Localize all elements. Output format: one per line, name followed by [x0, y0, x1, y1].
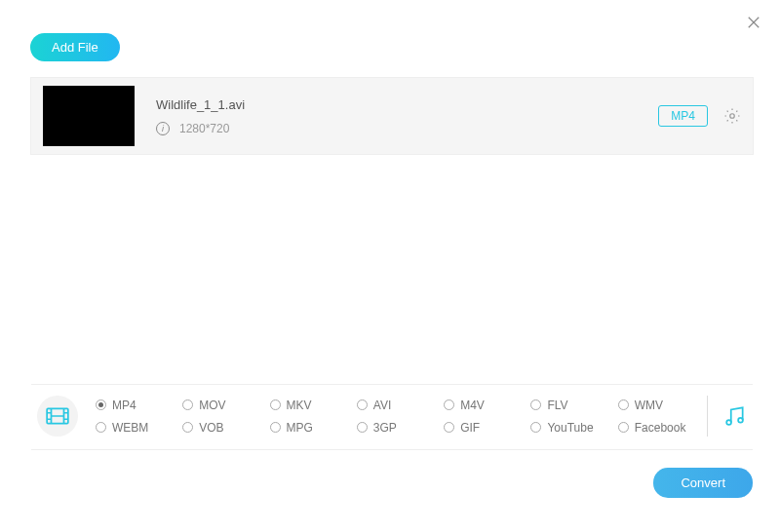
format-label: MKV: [287, 399, 312, 412]
close-icon[interactable]: [745, 14, 762, 31]
radio-icon: [357, 399, 368, 410]
format-option-mp4[interactable]: MP4: [96, 399, 178, 412]
file-name: Wildlife_1_1.avi: [156, 97, 658, 112]
radio-icon: [530, 422, 541, 433]
svg-point-0: [730, 114, 735, 119]
format-label: MOV: [199, 399, 225, 412]
convert-button[interactable]: Convert: [653, 468, 753, 498]
radio-icon: [530, 399, 541, 410]
radio-icon: [444, 422, 454, 433]
file-meta: i 1280*720: [156, 122, 658, 135]
format-option-flv[interactable]: FLV: [530, 399, 613, 412]
format-label: VOB: [199, 421, 223, 435]
format-label: MPG: [287, 421, 313, 435]
radio-icon: [444, 399, 454, 410]
format-label: FLV: [547, 399, 567, 412]
format-label: Facebook: [635, 421, 686, 435]
format-label: GIF: [460, 421, 480, 435]
format-panel: MP4MOVMKVAVIM4VFLVWMVWEBMVOBMPG3GPGIFYou…: [31, 384, 753, 450]
gear-icon[interactable]: [723, 107, 741, 125]
format-label: M4V: [460, 399, 485, 412]
file-resolution: 1280*720: [179, 122, 229, 135]
format-option-wmv[interactable]: WMV: [618, 399, 701, 412]
formats-grid: MP4MOVMKVAVIM4VFLVWMVWEBMVOBMPG3GPGIFYou…: [96, 399, 701, 435]
format-option-3gp[interactable]: 3GP: [357, 421, 440, 435]
add-file-button[interactable]: Add File: [30, 33, 120, 61]
radio-icon: [618, 422, 629, 433]
svg-point-3: [738, 418, 743, 423]
format-option-gif[interactable]: GIF: [444, 421, 526, 435]
file-info: Wildlife_1_1.avi i 1280*720: [156, 97, 658, 135]
radio-icon: [96, 399, 106, 410]
audio-category-icon[interactable]: [722, 403, 747, 429]
format-option-mkv[interactable]: MKV: [270, 399, 353, 412]
format-option-mpg[interactable]: MPG: [270, 421, 353, 435]
radio-icon: [182, 399, 193, 410]
svg-point-2: [726, 420, 731, 425]
format-label: MP4: [112, 399, 136, 412]
panel-divider: [707, 396, 708, 437]
radio-icon: [96, 422, 106, 433]
format-label: 3GP: [373, 421, 397, 435]
radio-icon: [357, 422, 368, 433]
format-label: WEBM: [112, 421, 148, 435]
format-option-avi[interactable]: AVI: [357, 399, 440, 412]
file-row: Wildlife_1_1.avi i 1280*720 MP4: [30, 77, 754, 155]
format-option-mov[interactable]: MOV: [182, 399, 265, 412]
radio-icon: [182, 422, 193, 433]
format-option-vob[interactable]: VOB: [182, 421, 265, 435]
radio-icon: [618, 399, 629, 410]
info-icon[interactable]: i: [156, 122, 170, 135]
radio-icon: [270, 422, 281, 433]
format-label: WMV: [635, 399, 663, 412]
format-option-youtube[interactable]: YouTube: [530, 421, 613, 435]
format-option-facebook[interactable]: Facebook: [618, 421, 701, 435]
video-category-icon[interactable]: [37, 396, 78, 437]
target-format-button[interactable]: MP4: [658, 105, 708, 127]
video-thumbnail[interactable]: [43, 86, 135, 146]
format-label: AVI: [373, 399, 391, 412]
format-label: YouTube: [547, 421, 593, 435]
format-option-m4v[interactable]: M4V: [444, 399, 526, 412]
format-option-webm[interactable]: WEBM: [96, 421, 178, 435]
radio-icon: [270, 399, 281, 410]
